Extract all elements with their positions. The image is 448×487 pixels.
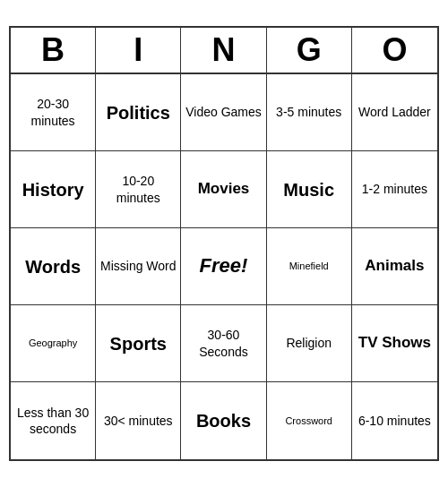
bingo-cell: Video Games [181, 74, 266, 151]
bingo-cell: Less than 30 seconds [11, 382, 96, 459]
bingo-cell: Word Ladder [352, 74, 437, 151]
header-letter: I [96, 28, 181, 73]
bingo-cell: Books [181, 382, 266, 459]
bingo-cell: Minefield [267, 228, 352, 305]
bingo-cell: TV Shows [352, 305, 437, 382]
header-letter: O [352, 28, 437, 73]
bingo-cell: 10-20 minutes [96, 151, 181, 228]
bingo-cell: History [11, 151, 96, 228]
bingo-cell: 3-5 minutes [267, 74, 352, 151]
bingo-cell: Free! [181, 228, 266, 305]
bingo-header: BINGO [11, 28, 437, 74]
bingo-cell: Politics [96, 74, 181, 151]
bingo-cell: Music [267, 151, 352, 228]
bingo-cell: Missing Word [96, 228, 181, 305]
bingo-cell: Movies [181, 151, 266, 228]
bingo-cell: 30< minutes [96, 382, 181, 459]
bingo-cell: 20-30 minutes [11, 74, 96, 151]
bingo-cell: Animals [352, 228, 437, 305]
bingo-cell: Religion [267, 305, 352, 382]
bingo-card: BINGO 20-30 minutesPoliticsVideo Games3-… [9, 26, 439, 461]
bingo-cell: 6-10 minutes [352, 382, 437, 459]
bingo-cell: Sports [96, 305, 181, 382]
bingo-cell: Geography [11, 305, 96, 382]
bingo-cell: 1-2 minutes [352, 151, 437, 228]
bingo-grid: 20-30 minutesPoliticsVideo Games3-5 minu… [11, 74, 437, 459]
header-letter: B [11, 28, 96, 73]
bingo-cell: 30-60 Seconds [181, 305, 266, 382]
header-letter: N [181, 28, 266, 73]
header-letter: G [267, 28, 352, 73]
bingo-cell: Words [11, 228, 96, 305]
bingo-cell: Crossword [267, 382, 352, 459]
